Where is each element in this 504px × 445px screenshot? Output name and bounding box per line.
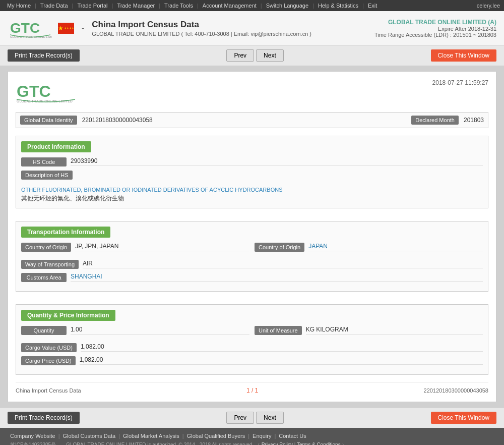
company-name: GLOBAL TRADE ONLINE LIMITED (A): [374, 19, 496, 26]
footer-link-global-customs[interactable]: Global Customs Data: [63, 433, 116, 439]
country-of-origin-label: Country of Origin: [21, 243, 71, 252]
footer-copyright: GLOBAL TRADE ONLINE LIMITED is authorize…: [66, 441, 347, 445]
date-range: Time Range Accessible (LDR) : 201501 ~ 2…: [374, 32, 496, 38]
footer-link-enquiry[interactable]: Enquiry: [253, 433, 271, 439]
footer-link-contact[interactable]: Contact Us: [279, 433, 306, 439]
footer-bottom: 苏ICP备14033305号 GLOBAL TRADE ONLINE LIMIT…: [10, 441, 494, 445]
nav-trade-tools[interactable]: Trade Tools: [161, 3, 196, 9]
global-data-identity-label: Global Data Identity: [20, 116, 77, 125]
bottom-action-bar: Print Trade Record(s) Prev Next Close Th…: [0, 407, 504, 428]
record-footer: China Import Census Data 1 / 1 220120180…: [16, 382, 488, 394]
footer-link-global-market[interactable]: Global Market Analysis: [123, 433, 179, 439]
footer-conditions-link[interactable]: Terms & Conditions: [297, 442, 341, 445]
country-of-origin2-value: JAPAN: [308, 243, 483, 251]
nav-account-management[interactable]: Account Management: [200, 3, 260, 9]
close-button[interactable]: Close This Window: [431, 49, 496, 62]
footer-link-global-buyers[interactable]: Global Qualified Buyers: [187, 433, 245, 439]
declared-month-value: 201803: [464, 117, 484, 124]
header-right: GLOBAL TRADE ONLINE LIMITED (A) Expire A…: [374, 19, 496, 38]
nav-switch-language[interactable]: Switch Language: [263, 3, 311, 9]
transport-section: Transportation Information Country of Or…: [16, 221, 488, 292]
quantity-row: Quantity 1.00: [21, 326, 249, 335]
customs-area-value: SHANGHAI: [71, 273, 483, 282]
header-dash: -: [82, 24, 84, 33]
customs-area-row: Customs Area SHANGHAI: [21, 273, 483, 282]
country-origin-row: Country of Origin JP, JPN, JAPAN: [21, 243, 249, 252]
svg-text:GTC: GTC: [17, 82, 51, 100]
next-button[interactable]: Next: [256, 49, 284, 62]
quantity-value: 1.00: [71, 326, 249, 335]
way-of-transporting-value: AIR: [83, 260, 483, 268]
header-title-block: China Import Census Data GLOBAL TRADE ON…: [92, 20, 311, 37]
product-section-title: Product Information: [21, 141, 91, 152]
footer-source: China Import Census Data: [16, 387, 81, 394]
way-of-transporting-row: Way of Transporting AIR: [21, 260, 483, 269]
footer-id: 220120180300000043058: [424, 387, 488, 394]
main-content: GTC GLOBAL TRADE ONLINE LIMITED 2018-07-…: [0, 66, 504, 407]
nav-trade-portal[interactable]: Trade Portal: [74, 3, 110, 9]
nav-my-home[interactable]: My Home: [4, 3, 34, 9]
cargo-value-row: Cargo Value (USD) 1,082.00: [21, 343, 483, 352]
header-subtitle: GLOBAL TRADE ONLINE LIMITED ( Tel: 400-7…: [92, 31, 311, 37]
footer-links: Company Website | Global Customs Data | …: [10, 433, 494, 439]
bottom-prev-button[interactable]: Prev: [226, 412, 254, 424]
customs-area-label: Customs Area: [21, 273, 67, 282]
header-left: GTC GLOBAL TRADE ONLINE LIMITED ★ ✦✦✦✦ -…: [8, 16, 311, 41]
declared-month-label: Declared Month: [411, 116, 459, 125]
footer-link-company-website[interactable]: Company Website: [10, 433, 55, 439]
desc-of-hs-label: Description of HS: [21, 171, 73, 180]
icp-number: 苏ICP备14033305号: [10, 441, 56, 445]
way-of-transporting-label: Way of Transporting: [21, 260, 79, 269]
transport-origin-row: Country of Origin JP, JPN, JAPAN Country…: [21, 243, 483, 256]
china-flag: ★ ✦✦✦✦: [58, 23, 74, 34]
footer-page: 1 / 1: [246, 387, 258, 394]
page-footer: Company Website | Global Customs Data | …: [0, 428, 504, 445]
cargo-price-value: 1,082.00: [80, 356, 483, 365]
record-timestamp: 2018-07-27 11:59:27: [432, 79, 488, 86]
unit-of-measure-row: Unit of Measure KG KILOGRAM: [255, 326, 483, 335]
page-title: China Import Census Data: [92, 20, 311, 30]
top-navigation: My Home | Trade Data | Trade Portal | Tr…: [0, 0, 504, 11]
unit-of-measure-label: Unit of Measure: [255, 326, 302, 335]
cargo-value-label: Cargo Value (USD): [21, 343, 77, 352]
cargo-price-label: Cargo Price (USD): [21, 356, 76, 365]
nav-exit[interactable]: Exit: [365, 3, 380, 9]
record-header: GTC GLOBAL TRADE ONLINE LIMITED 2018-07-…: [16, 79, 488, 106]
quantity-label: Quantity: [21, 326, 67, 335]
quantity-unit-row: Quantity 1.00 Unit of Measure KG KILOGRA…: [21, 326, 483, 339]
bottom-nav-buttons: Prev Next: [226, 412, 283, 424]
hs-description-chinese: 其他无环烃的氟化、溴化或碘化衍生物: [21, 194, 483, 203]
expire-info: Expire After 2018-12-31: [374, 26, 496, 32]
user-display: celery.lee: [477, 3, 500, 9]
nav-trade-data[interactable]: Trade Data: [37, 3, 71, 9]
cargo-price-row: Cargo Price (USD) 1,082.00: [21, 356, 483, 365]
country-of-origin2-label: Country of Origin: [255, 243, 304, 252]
prev-button[interactable]: Prev: [226, 49, 254, 62]
bottom-close-button[interactable]: Close This Window: [431, 412, 496, 424]
cargo-value-value: 1,082.00: [81, 343, 483, 352]
country-origin2-row: Country of Origin JAPAN: [255, 243, 483, 252]
bottom-next-button[interactable]: Next: [256, 412, 284, 424]
hs-description-english: OTHER FLUORINATED, BROMINATED OR IODINAT…: [21, 187, 483, 193]
header-bar: GTC GLOBAL TRADE ONLINE LIMITED ★ ✦✦✦✦ -…: [0, 11, 504, 45]
hs-code-row: HS Code 29033990: [21, 157, 483, 166]
bottom-print-button[interactable]: Print Trade Record(s): [8, 412, 80, 424]
quantity-section: Quantity & Price Information Quantity 1.…: [16, 304, 488, 375]
nav-trade-manager[interactable]: Trade Manager: [114, 3, 158, 9]
hs-code-value: 29033990: [71, 157, 483, 166]
print-button[interactable]: Print Trade Record(s): [8, 49, 80, 62]
company-logo: GTC GLOBAL TRADE ONLINE LIMITED: [8, 16, 53, 41]
country-of-origin-value: JP, JPN, JAPAN: [75, 243, 249, 251]
product-section: Product Information HS Code 29033990 Des…: [16, 136, 488, 208]
record-logo: GTC GLOBAL TRADE ONLINE LIMITED: [16, 79, 76, 106]
nav-items-container: My Home | Trade Data | Trade Portal | Tr…: [4, 3, 380, 9]
transport-section-title: Transportation Information: [21, 227, 110, 238]
nav-help-statistics[interactable]: Help & Statistics: [315, 3, 361, 9]
svg-text:GTC: GTC: [10, 20, 40, 36]
global-data-identity-value: 220120180300000043058: [82, 117, 407, 124]
hs-code-label: HS Code: [21, 157, 67, 166]
record-card: GTC GLOBAL TRADE ONLINE LIMITED 2018-07-…: [8, 71, 496, 402]
quantity-section-title: Quantity & Price Information: [21, 310, 115, 321]
unit-of-measure-value: KG KILOGRAM: [306, 326, 483, 335]
footer-privacy-link[interactable]: Privacy Policy: [262, 442, 293, 445]
